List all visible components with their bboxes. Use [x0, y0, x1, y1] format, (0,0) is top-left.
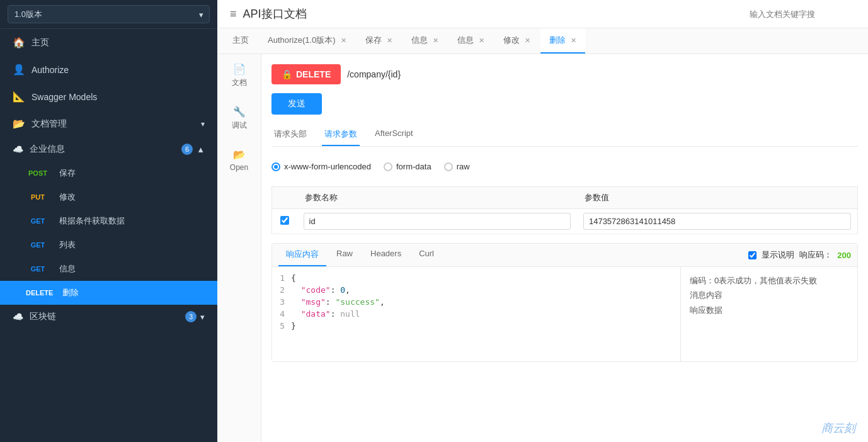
content-area: 📄 文档 🔧 调试 📂 Open 🔒 DELETE /company/{id} [217, 54, 868, 442]
swagger-icon: 📐 [13, 91, 25, 103]
version-select[interactable]: 1.0版本 [8, 5, 210, 23]
tab-home[interactable]: 主页 [224, 28, 258, 54]
show-desc-checkbox[interactable] [748, 251, 757, 259]
tab-authorize[interactable]: Authorize(1.0版本) ✕ [259, 28, 355, 54]
params-col-check [272, 187, 297, 209]
sidebar-api-delete[interactable]: DELETE 删除 [0, 281, 217, 305]
blockchain-badge: 3 [185, 311, 197, 322]
delete-method-button[interactable]: 🔒 DELETE [271, 64, 341, 84]
param-value-input[interactable] [583, 213, 851, 230]
api-path: /company/{id} [347, 69, 401, 79]
tab-authorize-close[interactable]: ✕ [341, 37, 346, 45]
api-line: 🔒 DELETE /company/{id} [271, 64, 858, 84]
sidebar-section-enterprise[interactable]: ☁️ 企业信息 6 ▲ [0, 137, 217, 161]
method-delete-badge: DELETE [23, 288, 56, 298]
tab-modify-close[interactable]: ✕ [525, 37, 530, 45]
line-num-3: 3 [272, 297, 291, 307]
sidebar-api-get-list[interactable]: GET 列表 [0, 233, 217, 257]
code-area: 1 { 2 "code": 0, 3 "msg": "success", [272, 267, 681, 361]
tabs-bar: 主页 Authorize(1.0版本) ✕ 保存 ✕ 信息 ✕ 信息 ✕ 修改 … [217, 28, 868, 54]
res-tab-raw[interactable]: Raw [329, 244, 360, 266]
param-name-cell [297, 209, 577, 234]
code-line-5: 5 } [272, 320, 680, 332]
req-tab-afterscript[interactable]: AfterScript [372, 123, 416, 146]
method-get-badge-3: GET [23, 264, 53, 274]
params-col-value: 参数值 [577, 187, 858, 209]
param-row-check-cell [272, 209, 297, 234]
header-search-input[interactable] [750, 9, 855, 19]
sidebar-api-put-modify[interactable]: PUT 修改 [0, 185, 217, 209]
res-tab-content[interactable]: 响应内容 [278, 244, 326, 266]
response-tabs-right: 显示说明 响应码： 200 [748, 249, 851, 261]
sidebar: 1.0版本 🏠 主页 👤 Authorize 📐 Swagger Models … [0, 0, 217, 442]
tab-info1-close[interactable]: ✕ [433, 37, 438, 45]
sidebar-api-get-query[interactable]: GET 根据条件获取数据 [0, 209, 217, 233]
main-content: 🔒 DELETE /company/{id} 发送 请求头部 请求参数 Afte… [261, 54, 868, 442]
req-tab-params[interactable]: 请求参数 [322, 123, 360, 146]
req-tab-headers[interactable]: 请求头部 [271, 123, 309, 146]
lock-icon: 🔒 [282, 69, 292, 79]
open-icon: 📂 [233, 149, 246, 161]
response-desc: 编码：0表示成功，其他值表示失败 消息内容 响应数据 [681, 267, 857, 361]
method-put-badge: PUT [23, 192, 53, 202]
tab-delete[interactable]: 删除 ✕ [540, 28, 585, 54]
param-value-cell [577, 209, 858, 234]
line-num-4: 4 [272, 309, 291, 319]
line-num-5: 5 [272, 321, 291, 331]
radio-formdata[interactable]: form-data [384, 162, 431, 171]
code-line-2: 2 "code": 0, [272, 284, 680, 296]
blockchain-icon: ☁️ [13, 312, 23, 322]
sidebar-item-authorize[interactable]: 👤 Authorize [0, 56, 217, 83]
request-tabs: 请求头部 请求参数 AfterScript [271, 123, 858, 147]
response-section: 响应内容 Raw Headers Curl 显示说明 响应码： 200 [271, 243, 858, 362]
sidebar-section-blockchain[interactable]: ☁️ 区块链 3 ▾ [0, 305, 217, 329]
tab-save-close[interactable]: ✕ [387, 37, 392, 45]
watermark: 商云刻 [821, 421, 855, 436]
tab-save[interactable]: 保存 ✕ [357, 28, 401, 54]
send-button[interactable]: 发送 [271, 93, 322, 115]
encoding-radio-group: x-www-form-urlencoded form-data raw [271, 156, 858, 178]
hamburger-icon[interactable]: ≡ [230, 8, 237, 21]
sidebar-api-get-info[interactable]: GET 信息 [0, 257, 217, 281]
send-button-row: 发送 [271, 93, 858, 115]
radio-urlencoded-indicator [271, 162, 280, 171]
radio-urlencoded[interactable]: x-www-form-urlencoded [271, 162, 371, 171]
code-line-3: 3 "msg": "success", [272, 296, 680, 308]
sidebar-item-doc-management[interactable]: 📂 文档管理 ▾ [0, 110, 217, 137]
params-col-name: 参数名称 [297, 187, 577, 209]
method-get-badge-2: GET [23, 240, 53, 250]
left-panel: 📄 文档 🔧 调试 📂 Open [217, 54, 261, 442]
tab-info2-close[interactable]: ✕ [479, 37, 484, 45]
tab-modify[interactable]: 修改 ✕ [494, 28, 539, 54]
method-post-badge: POST [23, 168, 53, 178]
code-line-1: 1 { [272, 272, 680, 284]
res-tab-headers[interactable]: Headers [363, 244, 409, 266]
left-panel-open[interactable]: 📂 Open [217, 140, 261, 181]
sidebar-api-post-save[interactable]: POST 保存 [0, 161, 217, 185]
tab-info-1[interactable]: 信息 ✕ [403, 28, 447, 54]
param-name-input[interactable] [304, 213, 571, 230]
radio-raw[interactable]: raw [444, 162, 470, 171]
home-icon: 🏠 [13, 37, 25, 48]
enterprise-icon: ☁️ [13, 144, 23, 154]
res-tab-curl[interactable]: Curl [411, 244, 442, 266]
left-panel-debug[interactable]: 🔧 调试 [217, 97, 261, 140]
sidebar-item-swagger-models[interactable]: 📐 Swagger Models [0, 83, 217, 110]
debug-icon: 🔧 [233, 106, 246, 118]
response-body: 1 { 2 "code": 0, 3 "msg": "success", [272, 267, 857, 361]
response-tabs-bar: 响应内容 Raw Headers Curl 显示说明 响应码： 200 [272, 244, 857, 267]
sidebar-item-home[interactable]: 🏠 主页 [0, 29, 217, 56]
method-get-badge-1: GET [23, 216, 53, 226]
doc-management-arrow: ▾ [201, 120, 205, 128]
code-line-4: 4 "data": null [272, 308, 680, 320]
left-panel-doc[interactable]: 📄 文档 [217, 54, 261, 97]
line-num-2: 2 [272, 285, 291, 295]
version-selector-wrapper: 1.0版本 [0, 0, 217, 29]
tab-info-2[interactable]: 信息 ✕ [448, 28, 493, 54]
tab-delete-close[interactable]: ✕ [571, 37, 576, 45]
doc-icon: 📄 [233, 63, 246, 75]
table-row [272, 209, 858, 234]
main-area: ≡ API接口文档 主页 Authorize(1.0版本) ✕ 保存 ✕ 信息 … [217, 0, 868, 442]
response-tabs-left: 响应内容 Raw Headers Curl [278, 244, 442, 266]
param-row-checkbox[interactable] [280, 216, 289, 225]
